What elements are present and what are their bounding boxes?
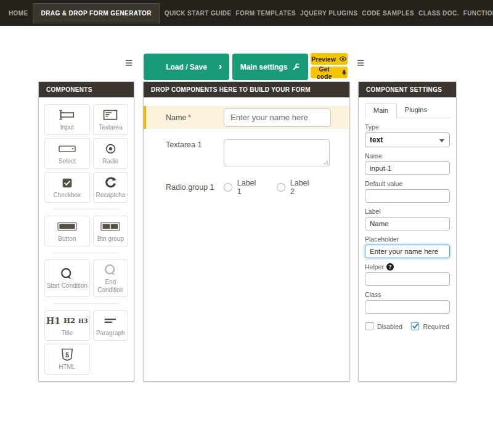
name-text-input[interactable] [224,108,331,127]
recaptcha-refresh-icon [105,176,116,190]
left-menu-icon[interactable]: ≡ [125,59,132,67]
main-settings-button[interactable]: Main settings [232,54,308,80]
component-tile-start-condition[interactable]: Start Condition [44,259,90,297]
component-tile-input[interactable]: Input [44,104,90,135]
nav-item-form-templates[interactable]: FORM TEMPLATES [235,10,296,17]
speech-bubble-light-icon [104,263,118,277]
required-checkbox[interactable]: Required [411,322,449,330]
form-canvas-panel: DROP COMPONENTS HERE TO BUILD YOUR FORM … [143,81,350,381]
nav-item-home[interactable]: HOME [9,10,28,17]
form-field-row-name[interactable]: Name* [144,106,349,129]
component-tile-radio[interactable]: Radio [93,138,128,169]
checkbox-checked-icon[interactable] [411,322,419,330]
component-tile-select[interactable]: Select [44,138,90,169]
setting-group-class: Class [365,291,450,314]
helper-setting-input[interactable] [365,272,450,286]
nav-item-drag-drop-form-generator[interactable]: DRAG & DROP FORM GENERATOR [33,3,160,23]
field-label: Name* [166,113,224,122]
top-navigation-items: HOME DRAG & DROP FORM GENERATOR QUICK ST… [0,0,493,26]
textarea-input[interactable] [224,139,330,166]
setting-group-placeholder: Placeholder [365,235,450,258]
nav-item-quick-start-guide[interactable]: QUICK START GUIDE [165,10,232,17]
components-tile-grid: Input Textarea Select [39,97,134,381]
chevron-right-icon: › [219,61,222,72]
tab-main[interactable]: Main [365,103,397,118]
help-question-icon[interactable]: ? [386,263,394,271]
component-tile-label: Select [59,158,76,166]
default-value-input[interactable] [365,189,450,203]
caret-down-icon [439,139,444,142]
settings-tab-bar: Main Plugins [365,103,450,118]
component-tile-label: Checkbox [54,192,81,200]
helper-label-text: Helper [365,263,384,271]
type-select[interactable]: text [365,132,450,147]
radio-option-1[interactable]: Label 1 [224,179,262,196]
right-menu-icon[interactable]: ≡ [357,59,364,67]
preview-button[interactable]: Preview [311,53,348,65]
speech-bubble-icon [60,267,74,280]
component-tile-textarea[interactable]: Textarea [93,104,128,135]
nav-item-functions-ref[interactable]: FUNCTIONS REF [463,10,493,17]
nav-item-class-doc[interactable]: CLASS DOC. [418,10,459,17]
tree-icon [341,69,348,76]
type-select-value: text [370,136,383,144]
field-label: Radio group 1 [166,183,224,192]
disabled-checkbox[interactable]: Disabled [365,322,402,330]
required-asterisk: * [188,113,191,122]
tab-plugins[interactable]: Plugins [397,103,435,118]
checkbox-unchecked-icon[interactable] [365,322,373,330]
name-setting-input[interactable] [365,161,450,175]
component-tile-recaptcha[interactable]: Recaptcha [93,172,128,203]
tile-group-divider [53,209,120,210]
select-dropdown-icon [58,142,76,156]
get-code-button[interactable]: Get code [311,67,348,78]
setting-label: Type [365,123,450,131]
nav-item-code-samples[interactable]: CODE SAMPLES [362,10,414,17]
html5-shield-icon: 5 [61,348,73,362]
load-save-button[interactable]: Load / Save › [144,54,229,80]
get-code-label: Get code [311,65,338,80]
form-field-row-radio-group[interactable]: Radio group 1 Label 1 Label 2 [144,179,349,196]
resize-grip-icon[interactable] [322,159,328,165]
load-save-label: Load / Save [166,63,207,71]
h1-glyph: H1 [46,317,60,325]
h3-glyph: H3 [78,318,88,324]
radio-circle-icon[interactable] [277,183,285,192]
tile-group-divider [53,303,120,304]
top-navigation: HOME DRAG & DROP FORM GENERATOR QUICK ST… [0,0,493,26]
checkbox-label: Disabled [377,323,402,330]
setting-group-name: Name [365,152,450,175]
button-group-icon [100,220,121,234]
label-setting-input[interactable] [365,217,450,230]
component-tile-checkbox[interactable]: Checkbox [44,172,90,203]
eye-icon [339,56,347,62]
selected-field-indicator [144,106,146,129]
component-tile-btn-group[interactable]: Btn group [93,216,128,246]
component-tile-html[interactable]: 5 HTML [44,344,90,375]
radio-button-icon [105,142,116,156]
form-canvas-title: DROP COMPONENTS HERE TO BUILD YOUR FORM [144,82,349,97]
radio-circle-icon[interactable] [224,183,232,192]
component-tile-label: Recaptcha [96,192,125,200]
setting-group-type: Type text [365,123,450,147]
preview-label: Preview [311,55,336,63]
component-tile-end-condition[interactable]: End Condition [93,259,128,297]
component-tile-title[interactable]: H1 H2 H3 Title [44,310,90,341]
button-icon [57,220,78,234]
component-tile-paragraph[interactable]: Paragraph [93,310,128,341]
nav-item-jquery-plugins[interactable]: JQUERY PLUGINS [300,10,357,17]
radio-option-label: Label 2 [290,179,315,196]
component-tile-label: Button [58,235,76,243]
component-settings-panel: COMPONENT SETTINGS Main Plugins Type tex… [358,81,457,381]
component-settings-body: Main Plugins Type text Name Default valu… [359,97,456,330]
component-tile-button[interactable]: Button [44,216,90,246]
component-tile-label: Title [62,330,73,338]
placeholder-setting-input[interactable] [365,245,450,258]
component-settings-title: COMPONENT SETTINGS [359,82,456,97]
radio-option-2[interactable]: Label 2 [277,179,315,196]
setting-group-helper: Helper ? [365,263,450,286]
component-tile-label: Start Condition [47,282,88,290]
class-setting-input[interactable] [365,300,450,314]
form-field-row-textarea[interactable]: Textarea 1 [144,139,349,166]
heading-levels-icon: H1 H2 H3 [46,314,88,328]
